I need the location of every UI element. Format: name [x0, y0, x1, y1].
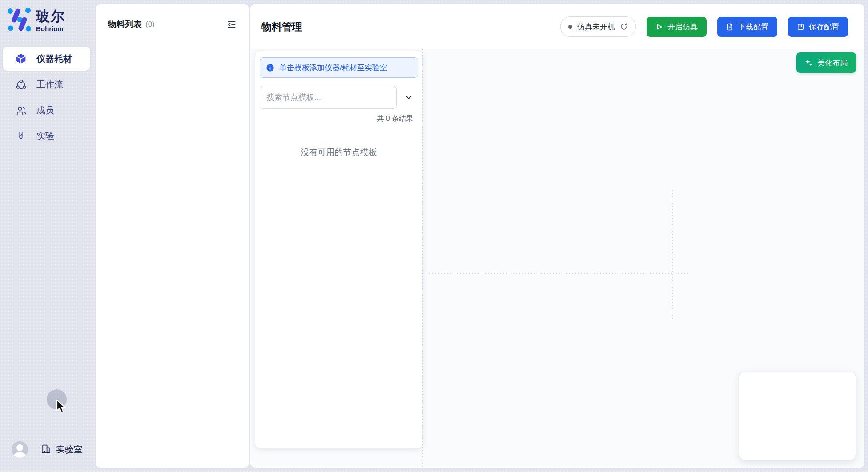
- status-dot: [568, 25, 572, 29]
- sidebar-nav: 仪器耗材 工作流 成员: [3, 47, 90, 148]
- simulation-status-pill: 仿真未开机: [560, 16, 636, 37]
- main-card: 物料管理 仿真未开机 开启仿真: [250, 4, 864, 468]
- save-config-button[interactable]: 保存配置: [788, 17, 848, 37]
- chevron-down-icon[interactable]: [402, 91, 415, 104]
- canvas-guide-vertical: [672, 190, 673, 320]
- start-simulation-button[interactable]: 开启仿真: [647, 17, 707, 37]
- node-template-panel: 单击模板添加仪器/耗材至实验室 共 0 条结果 没有可用的节点模板: [255, 51, 422, 448]
- menu-fold-icon[interactable]: [226, 19, 237, 30]
- workflow-icon: [15, 79, 27, 90]
- refresh-icon[interactable]: [620, 23, 628, 31]
- building-icon: [40, 443, 52, 456]
- download-icon: [726, 23, 734, 31]
- experiment-icon: [15, 130, 27, 142]
- hint-banner: 单击模板添加仪器/耗材至实验室: [260, 57, 418, 78]
- sidebar-item-label: 实验: [36, 130, 54, 142]
- sparkles-icon: [805, 59, 813, 67]
- sidebar-item-instruments[interactable]: 仪器耗材: [3, 47, 90, 71]
- info-icon: [266, 64, 274, 72]
- status-label: 仿真未开机: [577, 22, 615, 32]
- material-list-title: 物料列表: [108, 19, 142, 30]
- play-icon: [655, 23, 663, 31]
- user-avatar[interactable]: [12, 441, 28, 458]
- empty-state-text: 没有可用的节点模板: [255, 147, 422, 158]
- beautify-layout-button[interactable]: 美化布局: [796, 52, 856, 73]
- sidebar-item-laboratory[interactable]: 实验室: [40, 443, 83, 456]
- sidebar-item-label: 工作流: [36, 79, 63, 91]
- members-icon: [15, 104, 27, 116]
- page-title: 物料管理: [261, 20, 302, 34]
- hint-banner-text: 单击模板添加仪器/耗材至实验室: [279, 63, 387, 73]
- material-list-count: (0): [145, 20, 155, 29]
- flow-canvas[interactable]: 单击模板添加仪器/耗材至实验室 共 0 条结果 没有可用的节点模板: [250, 49, 864, 468]
- canvas-guide-horizontal: [422, 273, 688, 274]
- sidebar-item-members[interactable]: 成员: [3, 98, 90, 122]
- sidebar-item-experiments[interactable]: 实验: [3, 124, 90, 148]
- sidebar-item-workflow[interactable]: 工作流: [3, 72, 90, 96]
- material-list-panel: 物料列表 (0): [96, 4, 249, 468]
- brand-subname: Bohrium: [36, 25, 65, 32]
- mouse-cursor: [55, 399, 67, 416]
- canvas-minimap[interactable]: [739, 372, 856, 460]
- download-config-button[interactable]: 下载配置: [717, 17, 777, 37]
- save-icon: [797, 23, 804, 31]
- laboratory-label: 实验室: [56, 444, 83, 456]
- brand-logo: 玻尔 Bohrium: [7, 8, 65, 33]
- result-count: 共 0 条结果: [255, 114, 413, 124]
- sidebar-item-label: 仪器耗材: [36, 53, 72, 65]
- brand-name: 玻尔: [36, 8, 65, 24]
- cube-icon: [15, 53, 27, 64]
- main-header: 物料管理 仿真未开机 开启仿真: [250, 4, 864, 49]
- sidebar-item-label: 成员: [36, 104, 54, 116]
- bohrium-logo-icon: [7, 8, 31, 33]
- search-input[interactable]: [260, 86, 397, 109]
